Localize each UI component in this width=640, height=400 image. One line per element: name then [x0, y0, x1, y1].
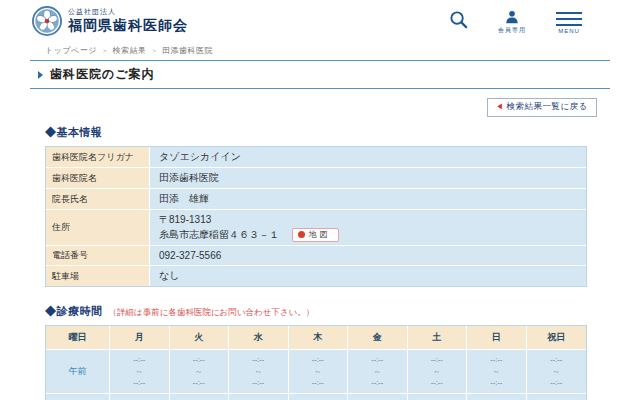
association-emblem-icon — [32, 6, 62, 36]
hours-time-line: ～ — [467, 366, 526, 378]
breadcrumb-home-link[interactable]: トップページ — [45, 46, 97, 55]
hours-time-line: --:-- — [467, 354, 526, 366]
hours-time-cell: --:--～--:-- — [348, 394, 408, 400]
hours-time-line: --:-- — [348, 354, 407, 366]
breadcrumb-separator: ＞ — [101, 47, 109, 54]
hours-day-header: 木 — [289, 326, 349, 350]
hamburger-icon — [556, 10, 582, 26]
table-row: 歯科医院名 田添歯科医院 — [46, 168, 586, 189]
hours-note: （詳細は事前に各歯科医院にお問い合わせ下さい。） — [109, 307, 315, 317]
info-label: 駐車場 — [46, 266, 150, 286]
hours-day-header: 土 — [408, 326, 468, 350]
org-type-label: 公益社団法人 — [68, 7, 188, 17]
hours-time-line: ～ — [527, 366, 587, 378]
person-icon — [505, 10, 519, 24]
table-row: 歯科医院名フリガナ タゾエシカイイン — [46, 147, 586, 168]
basic-info-table: 歯科医院名フリガナ タゾエシカイイン 歯科医院名 田添歯科医院 院長氏名 田添 … — [45, 146, 587, 287]
menu-button[interactable]: MENU — [556, 10, 582, 34]
breadcrumb-current-page: 田添歯科医院 — [162, 46, 213, 55]
table-row: 住所 〒819-1313 糸島市志摩稲留４６３－１ 地図 — [46, 210, 586, 246]
hours-time-line: --:-- — [527, 377, 587, 389]
hours-time-line: --:-- — [348, 377, 407, 389]
postal-code: 〒819-1313 — [159, 213, 577, 228]
hours-day-header: 火 — [170, 326, 230, 350]
hours-header-row: 曜日月火水木金土日祝日 — [46, 326, 586, 350]
hours-time-line: --:-- — [289, 377, 348, 389]
hours-time-cell: --:--～--:-- — [110, 350, 170, 394]
hours-day-header: 日 — [467, 326, 527, 350]
page-title: 歯科医院のご案内 — [50, 66, 155, 83]
info-label: 歯科医院名フリガナ — [46, 147, 150, 168]
map-button[interactable]: 地図 — [292, 228, 339, 243]
hours-day-header: 水 — [229, 326, 289, 350]
members-only-button[interactable]: 会員専用 — [498, 10, 526, 35]
hours-time-line: ～ — [348, 366, 407, 378]
breadcrumb-separator: ＞ — [150, 47, 158, 54]
hours-time-line: --:-- — [408, 377, 467, 389]
table-row: 電話番号 092-327-5566 — [46, 246, 586, 266]
info-label: 歯科医院名 — [46, 168, 150, 189]
info-value: なし — [150, 266, 586, 286]
hours-time-line: --:-- — [467, 377, 526, 389]
info-label: 院長氏名 — [46, 189, 150, 210]
table-row: 院長氏名 田添 雄輝 — [46, 189, 586, 210]
org-name-label: 福岡県歯科医師会 — [68, 17, 188, 35]
hours-time-cell: --:--～--:-- — [467, 394, 527, 400]
hours-time-cell: --:--～--:-- — [170, 350, 230, 394]
hours-time-line: ～ — [170, 366, 229, 378]
hours-day-header: 月 — [110, 326, 170, 350]
hours-slot-label: 午後 — [46, 394, 110, 400]
hours-time-cell: --:--～--:-- — [527, 350, 587, 394]
search-button[interactable] — [449, 10, 468, 29]
breadcrumb-search-results-link[interactable]: 検索結果 — [112, 46, 146, 55]
hours-time-line: --:-- — [527, 354, 587, 366]
search-icon — [449, 10, 468, 29]
hours-time-line: --:-- — [229, 377, 288, 389]
members-only-label: 会員専用 — [498, 26, 526, 35]
page-title-bar: 歯科医院のご案内 — [30, 60, 610, 89]
hours-time-line: --:-- — [110, 377, 169, 389]
map-pin-icon — [298, 231, 305, 238]
street-address: 糸島市志摩稲留４６３－１ — [159, 229, 279, 240]
hours-time-cell: --:--～--:-- — [467, 350, 527, 394]
menu-label: MENU — [558, 28, 580, 34]
title-arrow-icon — [38, 71, 43, 79]
back-to-search-results-button[interactable]: ◀検索結果一覧に戻る — [487, 98, 597, 117]
info-value: タゾエシカイイン — [150, 147, 586, 168]
info-value: 田添歯科医院 — [150, 168, 586, 189]
hours-day-header: 祝日 — [527, 326, 587, 350]
hours-row: 午前--:--～--:----:--～--:----:--～--:----:--… — [46, 350, 586, 394]
hours-time-cell: --:--～--:-- — [289, 350, 349, 394]
hours-time-cell: --:--～--:-- — [348, 350, 408, 394]
hours-corner-header: 曜日 — [46, 326, 110, 350]
breadcrumb: トップページ＞検索結果＞田添歯科医院 — [0, 40, 640, 60]
hours-time-cell: --:--～--:-- — [229, 394, 289, 400]
hours-time-line: ～ — [408, 366, 467, 378]
basic-info-heading: ◆基本情報 — [45, 125, 640, 140]
site-logo-link[interactable]: 公益社団法人 福岡県歯科医師会 — [32, 6, 188, 36]
hours-row: 午後--:--～--:----:--～--:----:--～--:----:--… — [46, 394, 586, 400]
hours-time-line: ～ — [110, 366, 169, 378]
hours-time-cell: --:--～--:-- — [289, 394, 349, 400]
info-label: 住所 — [46, 210, 150, 246]
hours-time-cell: --:--～--:-- — [527, 394, 587, 400]
hours-time-line: ～ — [229, 366, 288, 378]
hours-time-line: --:-- — [170, 377, 229, 389]
hours-day-header: 金 — [348, 326, 408, 350]
hours-body: 午前--:--～--:----:--～--:----:--～--:----:--… — [46, 350, 586, 400]
hours-time-line: --:-- — [408, 354, 467, 366]
hours-time-cell: --:--～--:-- — [408, 350, 468, 394]
hours-time-cell: --:--～--:-- — [229, 350, 289, 394]
hours-slot-label: 午前 — [46, 350, 110, 394]
info-label: 電話番号 — [46, 246, 150, 266]
hours-time-line: --:-- — [110, 354, 169, 366]
map-button-label: 地図 — [309, 230, 331, 239]
back-arrow-icon: ◀ — [496, 103, 504, 110]
info-value: 田添 雄輝 — [150, 189, 586, 210]
hours-table: 曜日月火水木金土日祝日 午前--:--～--:----:--～--:----:-… — [45, 325, 587, 400]
hours-time-line: --:-- — [170, 354, 229, 366]
hours-heading: ◆診療時間（詳細は事前に各歯科医院にお問い合わせ下さい。） — [45, 304, 640, 319]
hours-time-cell: --:--～--:-- — [408, 394, 468, 400]
hours-time-line: ～ — [289, 366, 348, 378]
info-value: 092-327-5566 — [150, 246, 586, 266]
